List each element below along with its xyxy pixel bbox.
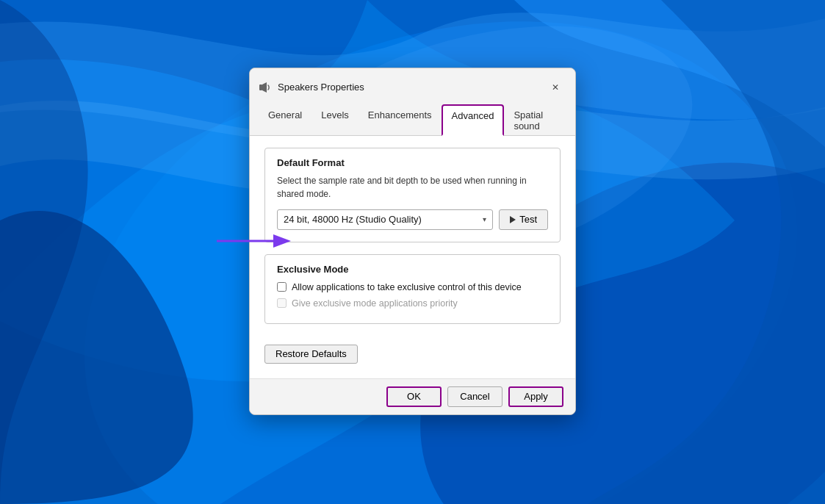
tab-spatial-sound[interactable]: Spatial sound <box>504 104 566 136</box>
format-row: 24 bit, 48000 Hz (Studio Quality) ▾ Test <box>277 209 548 230</box>
exclusive-priority-row: Give exclusive mode applications priorit… <box>277 298 548 309</box>
tab-general[interactable]: General <box>259 104 311 136</box>
tab-levels[interactable]: Levels <box>311 104 359 136</box>
title-bar: Speakers Properties ✕ <box>250 68 575 98</box>
exclusive-control-row: Allow applications to take exclusive con… <box>277 282 548 292</box>
exclusive-mode-section: Exclusive Mode Allow applications to tak… <box>264 254 561 324</box>
speaker-icon <box>259 81 272 94</box>
exclusive-control-label[interactable]: Allow applications to take exclusive con… <box>292 282 522 292</box>
ok-button[interactable]: OK <box>386 386 442 407</box>
exclusive-priority-checkbox[interactable] <box>277 298 287 308</box>
default-format-desc: Select the sample rate and bit depth to … <box>277 174 548 201</box>
svg-rect-5 <box>259 84 262 90</box>
test-button[interactable]: Test <box>499 209 548 230</box>
dropdown-arrow-icon: ▾ <box>483 215 486 223</box>
dialog-footer: OK Cancel Apply <box>250 378 575 414</box>
tabs-container: General Levels Enhancements Advanced Spa… <box>250 98 575 136</box>
exclusive-control-checkbox[interactable] <box>277 282 287 292</box>
exclusive-mode-title: Exclusive Mode <box>277 264 548 275</box>
play-icon <box>510 216 516 223</box>
dialog-content: Default Format Select the sample rate an… <box>250 136 575 378</box>
tab-advanced[interactable]: Advanced <box>442 104 505 136</box>
apply-button[interactable]: Apply <box>508 386 563 407</box>
default-format-section: Default Format Select the sample rate an… <box>264 148 561 242</box>
format-select[interactable]: 24 bit, 48000 Hz (Studio Quality) ▾ <box>277 209 493 230</box>
default-format-title: Default Format <box>277 157 548 168</box>
exclusive-priority-label: Give exclusive mode applications priorit… <box>292 298 458 309</box>
format-select-value: 24 bit, 48000 Hz (Studio Quality) <box>284 214 422 225</box>
dialog-window: Speakers Properties ✕ General Levels Enh… <box>249 68 576 415</box>
test-button-label: Test <box>519 214 537 225</box>
default-format-box: Default Format Select the sample rate an… <box>264 148 561 242</box>
restore-defaults-button[interactable]: Restore Defaults <box>264 345 358 364</box>
cancel-button[interactable]: Cancel <box>447 386 502 407</box>
dialog-overlay: Speakers Properties ✕ General Levels Enh… <box>0 0 825 504</box>
dialog-title: Speakers Properties <box>278 82 544 93</box>
exclusive-mode-box: Exclusive Mode Allow applications to tak… <box>264 254 561 324</box>
tab-enhancements[interactable]: Enhancements <box>359 104 442 136</box>
close-button[interactable]: ✕ <box>544 79 566 96</box>
restore-area: Restore Defaults <box>264 336 561 367</box>
